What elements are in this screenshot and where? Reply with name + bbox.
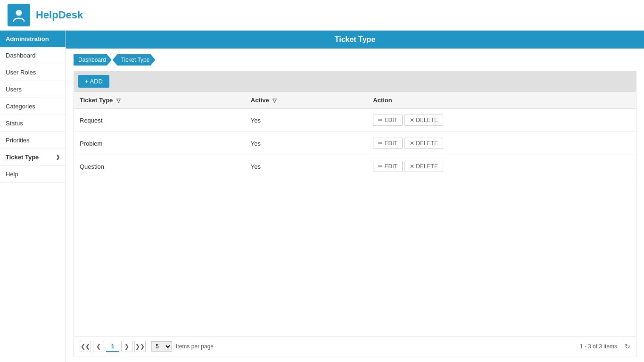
delete-button[interactable]: ✕ DELETE — [405, 138, 443, 149]
table-row: Question Yes ✏ EDIT ✕ DELETE — [74, 155, 636, 178]
content-area: Dashboard Ticket Type + ADD Ticket Type — [66, 49, 644, 362]
ticket-type-table: Ticket Type ▽ Active ▽ Action — [74, 92, 636, 178]
app-header: HelpDesk — [0, 0, 644, 31]
page-title: Ticket Type — [66, 31, 644, 49]
edit-button[interactable]: ✏ EDIT — [373, 138, 403, 149]
filter-icon[interactable]: ▽ — [272, 98, 276, 103]
table-row: Problem Yes ✏ EDIT ✕ DELETE — [74, 132, 636, 155]
filter-icon[interactable]: ▽ — [116, 98, 120, 103]
items-per-page-label: Items per page — [176, 343, 214, 350]
breadcrumb-ticket-type[interactable]: Ticket Type — [113, 54, 156, 66]
sidebar-item-label: User Roles — [6, 69, 36, 76]
pagination-info: 1 - 3 of 3 items — [580, 343, 617, 350]
sidebar-item-label: Categories — [6, 103, 35, 110]
cell-action: ✏ EDIT ✕ DELETE — [367, 109, 636, 132]
refresh-button[interactable]: ↻ — [625, 343, 630, 350]
cell-ticket-type: Request — [74, 109, 245, 132]
cell-ticket-type: Problem — [74, 132, 245, 155]
pagination-current-page[interactable]: 1 — [106, 341, 119, 352]
sidebar-item-user-roles[interactable]: User Roles — [0, 64, 66, 81]
sidebar-item-label: Ticket Type — [6, 154, 39, 161]
table-scroll[interactable]: Ticket Type ▽ Active ▽ Action — [74, 92, 636, 337]
cell-active: Yes — [245, 109, 368, 132]
sidebar-item-label: Dashboard — [6, 52, 36, 59]
sidebar-item-help[interactable]: Help — [0, 166, 66, 183]
main-content: Ticket Type Dashboard Ticket Type + ADD — [66, 31, 644, 362]
pagination: ❮❮ ❮ 1 ❯ ❯❯ 5 10 25 50 Items per page 1 … — [74, 337, 636, 356]
table-header-row: Ticket Type ▽ Active ▽ Action — [74, 92, 636, 109]
app-title: HelpDesk — [36, 9, 83, 21]
edit-button[interactable]: ✏ EDIT — [373, 115, 403, 126]
col-active: Active ▽ — [245, 92, 368, 109]
sidebar-item-label: Help — [6, 171, 18, 178]
sidebar-section-header: Administration — [0, 31, 66, 47]
pagination-next-button[interactable]: ❯ — [121, 341, 132, 352]
cell-action: ✏ EDIT ✕ DELETE — [367, 132, 636, 155]
breadcrumb: Dashboard Ticket Type — [74, 54, 636, 66]
col-action: Action — [367, 92, 636, 109]
edit-button[interactable]: ✏ EDIT — [373, 161, 403, 172]
sidebar: Administration Dashboard User Roles User… — [0, 31, 66, 362]
sidebar-item-categories[interactable]: Categories — [0, 98, 66, 115]
sidebar-item-label: Users — [6, 86, 22, 93]
col-ticket-type: Ticket Type ▽ — [74, 92, 245, 109]
delete-button[interactable]: ✕ DELETE — [405, 161, 443, 172]
app-logo — [8, 4, 30, 26]
table-container: Ticket Type ▽ Active ▽ Action — [74, 91, 636, 356]
delete-button[interactable]: ✕ DELETE — [405, 115, 443, 126]
table-row: Request Yes ✏ EDIT ✕ DELETE — [74, 109, 636, 132]
toolbar: + ADD — [74, 71, 636, 91]
pagination-first-button[interactable]: ❮❮ — [80, 341, 91, 352]
chevron-right-icon: ❱ — [56, 154, 60, 160]
breadcrumb-dashboard[interactable]: Dashboard — [74, 54, 112, 66]
items-per-page-select[interactable]: 5 10 25 50 — [151, 341, 172, 352]
cell-ticket-type: Question — [74, 155, 245, 178]
sidebar-item-label: Priorities — [6, 137, 30, 144]
sidebar-item-label: Status — [6, 120, 23, 127]
sidebar-item-status[interactable]: Status — [0, 115, 66, 132]
pagination-prev-button[interactable]: ❮ — [93, 341, 104, 352]
pagination-last-button[interactable]: ❯❯ — [134, 341, 146, 352]
cell-active: Yes — [245, 155, 368, 178]
sidebar-item-dashboard[interactable]: Dashboard — [0, 47, 66, 64]
add-button[interactable]: + ADD — [78, 75, 109, 88]
cell-action: ✏ EDIT ✕ DELETE — [367, 155, 636, 178]
cell-active: Yes — [245, 132, 368, 155]
sidebar-item-priorities[interactable]: Priorities — [0, 132, 66, 149]
svg-point-0 — [16, 10, 22, 16]
main-layout: Administration Dashboard User Roles User… — [0, 31, 644, 362]
sidebar-item-users[interactable]: Users — [0, 81, 66, 98]
sidebar-item-ticket-type[interactable]: Ticket Type ❱ — [0, 149, 66, 166]
